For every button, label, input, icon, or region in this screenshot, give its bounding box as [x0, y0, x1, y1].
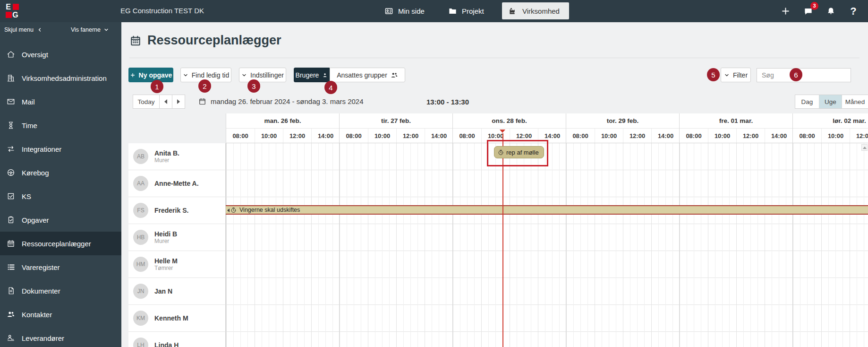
plus-icon	[130, 72, 136, 78]
tab-label: Min side	[398, 7, 425, 15]
resource-row[interactable]: FS Frederik S.	[128, 197, 226, 224]
sidebar-item-ks[interactable]: KS	[0, 184, 121, 208]
sidebar-item-time[interactable]: Time	[0, 113, 121, 137]
time-row: 08:00 10:00 12:00 14:00	[340, 129, 452, 143]
hourglass-icon	[7, 121, 15, 130]
today-label: Today	[137, 98, 154, 105]
sidebar-item-label: Time	[22, 121, 37, 130]
avatar: KM	[133, 311, 148, 326]
help-button[interactable]: ?	[847, 5, 859, 17]
new-task-label: Ny opgave	[139, 71, 172, 79]
arrow-right-icon	[177, 99, 180, 104]
sidebar-item-virksomhedsadministration[interactable]: Virksomhedsadministration	[0, 66, 121, 90]
tab-virksomhed[interactable]: Virksomhed	[502, 2, 569, 19]
day-label: tor. 29 feb.	[566, 113, 679, 129]
plus-icon	[781, 7, 790, 16]
avatar: HB	[133, 230, 148, 245]
time-label: 10:00	[368, 129, 396, 143]
resource-row[interactable]: HM Helle M Tømrer	[128, 251, 226, 278]
filter-label: Filter	[733, 71, 748, 79]
topbar-actions: 3 ?	[779, 0, 868, 22]
sidebar-item-label: Kontakter	[22, 311, 52, 319]
search-input[interactable]	[757, 68, 851, 82]
collapse-menu-label: Skjul menu	[4, 26, 34, 33]
sidebar-item-label: Ressourceplanlægger	[22, 240, 91, 248]
scrollbar-up-button[interactable]	[861, 144, 868, 151]
annotation-badge-2: 2	[198, 79, 211, 93]
sidebar-item-kontakter[interactable]: Kontakter	[0, 303, 121, 326]
users-toggle-button[interactable]: Brugere	[294, 68, 330, 82]
sidebar-item-korebog[interactable]: Kørebog	[0, 161, 121, 184]
view-uge[interactable]: Uge	[819, 95, 842, 108]
day-label: ons. 28 feb.	[453, 113, 566, 129]
list-icon	[7, 263, 15, 271]
show-tabs-button[interactable]: Vis fanerne	[71, 26, 109, 33]
building-icon	[7, 74, 15, 82]
day-column-header: ons. 28 feb. 08:00 10:00 12:00 14:00	[452, 113, 566, 143]
show-tabs-label: Vis fanerne	[71, 26, 101, 33]
factory-icon	[509, 7, 518, 16]
time-row: 08:00 10:00 12:00 14:00	[793, 129, 868, 143]
chat-button[interactable]: 3	[802, 5, 814, 17]
logo-red-square	[6, 12, 12, 18]
clock-icon	[230, 207, 237, 213]
sidebar-item-oversigt[interactable]: Oversigt	[0, 43, 121, 66]
mail-icon	[7, 97, 15, 106]
bell-icon	[826, 7, 835, 16]
resource-row[interactable]: HB Heidi B Murer	[128, 224, 226, 251]
document-icon	[7, 286, 15, 295]
calendar-event-bar[interactable]: Vingerne skal udskiftes	[226, 205, 868, 215]
avatar: AA	[133, 176, 148, 191]
resource-row[interactable]: JN Jan N	[128, 278, 226, 305]
resource-name: Heidi B	[154, 230, 177, 238]
resource-row[interactable]: KM Kenneth M	[128, 305, 226, 332]
sidebar-item-integrationer[interactable]: Integrationer	[0, 137, 121, 161]
calendar-grid[interactable]	[226, 143, 868, 347]
resource-list: AB Anita B. Murer AA Anne-Mette A. FS Fr…	[128, 143, 226, 347]
today-button[interactable]: Today	[133, 95, 160, 109]
filter-button[interactable]: Filter	[721, 68, 751, 82]
tab-min-side[interactable]: Min side	[378, 0, 431, 22]
resource-row[interactable]: LH Linda H	[128, 332, 226, 347]
add-button[interactable]	[779, 5, 791, 17]
new-task-button[interactable]: Ny opgave	[128, 68, 173, 82]
sidebar-item-dokumenter[interactable]: Dokumenter	[0, 279, 121, 303]
time-label: 08:00	[680, 129, 708, 143]
view-dag[interactable]: Dag	[795, 95, 819, 108]
sidebar-item-mail[interactable]: Mail	[0, 90, 121, 113]
time-label: 12:00	[396, 129, 425, 143]
sidebar-item-leverandorer[interactable]: Leverandører	[0, 326, 121, 347]
next-week-button[interactable]	[172, 95, 185, 109]
time-label: 12:00	[850, 129, 868, 143]
prev-week-button[interactable]	[159, 95, 172, 109]
time-label: 08:00	[226, 129, 255, 143]
sidebar: Skjul menu Vis fanerne Oversigt Virksomh…	[0, 22, 121, 347]
day-column-header: man. 26 feb. 08:00 10:00 12:00 14:00	[226, 113, 339, 143]
sidebar-item-opgaver[interactable]: Opgaver	[0, 208, 121, 232]
logo-red-square	[13, 4, 19, 10]
time-label: 14:00	[311, 129, 340, 143]
resource-name: Kenneth M	[154, 314, 188, 322]
view-maaned[interactable]: Måned	[842, 95, 868, 108]
day-column	[226, 143, 339, 347]
collapse-menu-button[interactable]: Skjul menu	[4, 26, 43, 33]
time-label: 12:00	[736, 129, 765, 143]
sidebar-item-label: Kørebog	[22, 169, 49, 177]
day-label: fre. 01 mar.	[680, 113, 792, 129]
time-row: 08:00 10:00 12:00 14:00	[680, 129, 792, 143]
users-label: Brugere	[296, 71, 319, 79]
sidebar-item-vareregister[interactable]: Vareregister	[0, 255, 121, 279]
people-icon	[391, 71, 398, 79]
notifications-button[interactable]	[825, 5, 837, 17]
sidebar-item-ressourceplanlaegger[interactable]: Ressourceplanlægger	[0, 232, 121, 255]
employee-groups-toggle-button[interactable]: Ansattes grupper	[330, 68, 405, 82]
resource-row[interactable]: AA Anne-Mette A.	[128, 170, 226, 197]
chevron-left-icon	[37, 27, 43, 33]
resource-row[interactable]: AB Anita B. Murer	[128, 143, 226, 170]
swap-arrows-icon	[7, 145, 15, 153]
tab-projekt[interactable]: Projekt	[442, 0, 491, 22]
find-free-time-label: Find ledig tid	[192, 71, 229, 79]
annotation-badge-5: 5	[707, 68, 720, 81]
page-title: Ressourceplanlægger	[147, 33, 281, 48]
settings-button[interactable]: Indstillinger	[239, 68, 286, 82]
